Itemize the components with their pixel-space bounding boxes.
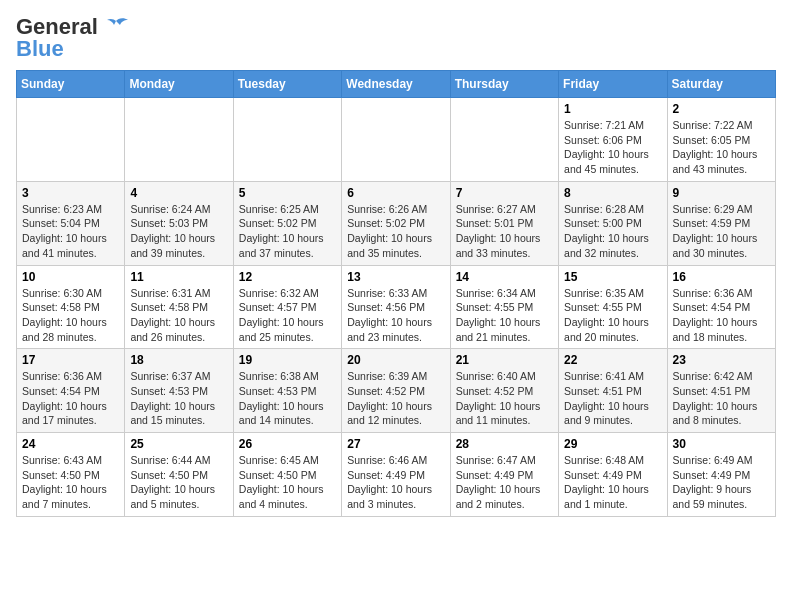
- day-info: Sunrise: 6:33 AM Sunset: 4:56 PM Dayligh…: [347, 286, 444, 345]
- day-number: 29: [564, 437, 661, 451]
- day-info: Sunrise: 6:25 AM Sunset: 5:02 PM Dayligh…: [239, 202, 336, 261]
- day-number: 15: [564, 270, 661, 284]
- logo-general-text: General: [16, 16, 98, 38]
- calendar-cell: 11Sunrise: 6:31 AM Sunset: 4:58 PM Dayli…: [125, 265, 233, 349]
- day-info: Sunrise: 6:49 AM Sunset: 4:49 PM Dayligh…: [673, 453, 770, 512]
- logo: General Blue: [16, 16, 130, 60]
- calendar-week-4: 17Sunrise: 6:36 AM Sunset: 4:54 PM Dayli…: [17, 349, 776, 433]
- day-info: Sunrise: 6:43 AM Sunset: 4:50 PM Dayligh…: [22, 453, 119, 512]
- calendar-cell: 16Sunrise: 6:36 AM Sunset: 4:54 PM Dayli…: [667, 265, 775, 349]
- day-number: 1: [564, 102, 661, 116]
- day-number: 26: [239, 437, 336, 451]
- calendar-cell: 26Sunrise: 6:45 AM Sunset: 4:50 PM Dayli…: [233, 433, 341, 517]
- day-info: Sunrise: 6:24 AM Sunset: 5:03 PM Dayligh…: [130, 202, 227, 261]
- day-number: 25: [130, 437, 227, 451]
- logo-blue-text: Blue: [16, 36, 64, 61]
- day-number: 11: [130, 270, 227, 284]
- calendar-cell: 18Sunrise: 6:37 AM Sunset: 4:53 PM Dayli…: [125, 349, 233, 433]
- day-number: 7: [456, 186, 553, 200]
- day-info: Sunrise: 6:40 AM Sunset: 4:52 PM Dayligh…: [456, 369, 553, 428]
- calendar-cell: 23Sunrise: 6:42 AM Sunset: 4:51 PM Dayli…: [667, 349, 775, 433]
- weekday-header-wednesday: Wednesday: [342, 71, 450, 98]
- day-info: Sunrise: 6:28 AM Sunset: 5:00 PM Dayligh…: [564, 202, 661, 261]
- calendar-cell: [233, 98, 341, 182]
- day-info: Sunrise: 6:46 AM Sunset: 4:49 PM Dayligh…: [347, 453, 444, 512]
- day-number: 10: [22, 270, 119, 284]
- day-info: Sunrise: 6:27 AM Sunset: 5:01 PM Dayligh…: [456, 202, 553, 261]
- day-number: 16: [673, 270, 770, 284]
- day-info: Sunrise: 6:38 AM Sunset: 4:53 PM Dayligh…: [239, 369, 336, 428]
- calendar-cell: 29Sunrise: 6:48 AM Sunset: 4:49 PM Dayli…: [559, 433, 667, 517]
- day-info: Sunrise: 6:45 AM Sunset: 4:50 PM Dayligh…: [239, 453, 336, 512]
- calendar-header-row: SundayMondayTuesdayWednesdayThursdayFrid…: [17, 71, 776, 98]
- calendar-cell: 12Sunrise: 6:32 AM Sunset: 4:57 PM Dayli…: [233, 265, 341, 349]
- calendar-cell: 25Sunrise: 6:44 AM Sunset: 4:50 PM Dayli…: [125, 433, 233, 517]
- day-info: Sunrise: 6:30 AM Sunset: 4:58 PM Dayligh…: [22, 286, 119, 345]
- calendar-cell: [125, 98, 233, 182]
- weekday-header-sunday: Sunday: [17, 71, 125, 98]
- calendar-cell: 10Sunrise: 6:30 AM Sunset: 4:58 PM Dayli…: [17, 265, 125, 349]
- day-info: Sunrise: 7:21 AM Sunset: 6:06 PM Dayligh…: [564, 118, 661, 177]
- calendar-week-1: 1Sunrise: 7:21 AM Sunset: 6:06 PM Daylig…: [17, 98, 776, 182]
- day-number: 19: [239, 353, 336, 367]
- day-number: 2: [673, 102, 770, 116]
- page-header: General Blue: [16, 16, 776, 60]
- calendar-cell: [17, 98, 125, 182]
- calendar-cell: 4Sunrise: 6:24 AM Sunset: 5:03 PM Daylig…: [125, 181, 233, 265]
- day-info: Sunrise: 6:39 AM Sunset: 4:52 PM Dayligh…: [347, 369, 444, 428]
- calendar-table: SundayMondayTuesdayWednesdayThursdayFrid…: [16, 70, 776, 517]
- calendar-cell: [450, 98, 558, 182]
- calendar-cell: 6Sunrise: 6:26 AM Sunset: 5:02 PM Daylig…: [342, 181, 450, 265]
- calendar-cell: 17Sunrise: 6:36 AM Sunset: 4:54 PM Dayli…: [17, 349, 125, 433]
- calendar-cell: 9Sunrise: 6:29 AM Sunset: 4:59 PM Daylig…: [667, 181, 775, 265]
- day-info: Sunrise: 6:48 AM Sunset: 4:49 PM Dayligh…: [564, 453, 661, 512]
- day-info: Sunrise: 6:26 AM Sunset: 5:02 PM Dayligh…: [347, 202, 444, 261]
- calendar-week-5: 24Sunrise: 6:43 AM Sunset: 4:50 PM Dayli…: [17, 433, 776, 517]
- calendar-week-2: 3Sunrise: 6:23 AM Sunset: 5:04 PM Daylig…: [17, 181, 776, 265]
- calendar-cell: 1Sunrise: 7:21 AM Sunset: 6:06 PM Daylig…: [559, 98, 667, 182]
- calendar-cell: 20Sunrise: 6:39 AM Sunset: 4:52 PM Dayli…: [342, 349, 450, 433]
- day-number: 14: [456, 270, 553, 284]
- day-info: Sunrise: 6:41 AM Sunset: 4:51 PM Dayligh…: [564, 369, 661, 428]
- weekday-header-friday: Friday: [559, 71, 667, 98]
- calendar-cell: 24Sunrise: 6:43 AM Sunset: 4:50 PM Dayli…: [17, 433, 125, 517]
- day-number: 22: [564, 353, 661, 367]
- day-info: Sunrise: 6:35 AM Sunset: 4:55 PM Dayligh…: [564, 286, 661, 345]
- day-number: 24: [22, 437, 119, 451]
- day-number: 18: [130, 353, 227, 367]
- day-number: 6: [347, 186, 444, 200]
- calendar-cell: 22Sunrise: 6:41 AM Sunset: 4:51 PM Dayli…: [559, 349, 667, 433]
- day-info: Sunrise: 6:23 AM Sunset: 5:04 PM Dayligh…: [22, 202, 119, 261]
- day-number: 3: [22, 186, 119, 200]
- day-number: 4: [130, 186, 227, 200]
- day-info: Sunrise: 6:31 AM Sunset: 4:58 PM Dayligh…: [130, 286, 227, 345]
- day-info: Sunrise: 6:32 AM Sunset: 4:57 PM Dayligh…: [239, 286, 336, 345]
- calendar-cell: 30Sunrise: 6:49 AM Sunset: 4:49 PM Dayli…: [667, 433, 775, 517]
- day-info: Sunrise: 7:22 AM Sunset: 6:05 PM Dayligh…: [673, 118, 770, 177]
- day-info: Sunrise: 6:47 AM Sunset: 4:49 PM Dayligh…: [456, 453, 553, 512]
- day-number: 20: [347, 353, 444, 367]
- calendar-week-3: 10Sunrise: 6:30 AM Sunset: 4:58 PM Dayli…: [17, 265, 776, 349]
- calendar-cell: 14Sunrise: 6:34 AM Sunset: 4:55 PM Dayli…: [450, 265, 558, 349]
- day-number: 9: [673, 186, 770, 200]
- calendar-cell: 21Sunrise: 6:40 AM Sunset: 4:52 PM Dayli…: [450, 349, 558, 433]
- calendar-cell: 5Sunrise: 6:25 AM Sunset: 5:02 PM Daylig…: [233, 181, 341, 265]
- weekday-header-saturday: Saturday: [667, 71, 775, 98]
- calendar-cell: 8Sunrise: 6:28 AM Sunset: 5:00 PM Daylig…: [559, 181, 667, 265]
- day-info: Sunrise: 6:29 AM Sunset: 4:59 PM Dayligh…: [673, 202, 770, 261]
- calendar-cell: 3Sunrise: 6:23 AM Sunset: 5:04 PM Daylig…: [17, 181, 125, 265]
- day-number: 17: [22, 353, 119, 367]
- day-number: 13: [347, 270, 444, 284]
- calendar-cell: 28Sunrise: 6:47 AM Sunset: 4:49 PM Dayli…: [450, 433, 558, 517]
- calendar-cell: 27Sunrise: 6:46 AM Sunset: 4:49 PM Dayli…: [342, 433, 450, 517]
- day-info: Sunrise: 6:34 AM Sunset: 4:55 PM Dayligh…: [456, 286, 553, 345]
- day-info: Sunrise: 6:42 AM Sunset: 4:51 PM Dayligh…: [673, 369, 770, 428]
- day-number: 8: [564, 186, 661, 200]
- weekday-header-monday: Monday: [125, 71, 233, 98]
- calendar-cell: 19Sunrise: 6:38 AM Sunset: 4:53 PM Dayli…: [233, 349, 341, 433]
- calendar-cell: 2Sunrise: 7:22 AM Sunset: 6:05 PM Daylig…: [667, 98, 775, 182]
- calendar-cell: 7Sunrise: 6:27 AM Sunset: 5:01 PM Daylig…: [450, 181, 558, 265]
- day-number: 30: [673, 437, 770, 451]
- logo-bird-icon: [102, 17, 130, 37]
- day-info: Sunrise: 6:36 AM Sunset: 4:54 PM Dayligh…: [673, 286, 770, 345]
